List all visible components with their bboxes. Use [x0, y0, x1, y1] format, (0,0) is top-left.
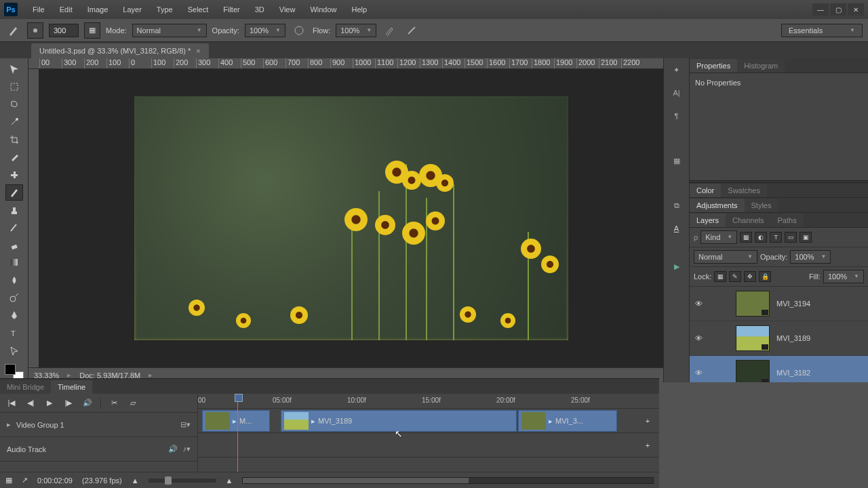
workspace-switcher[interactable]: Essentials▼ [781, 24, 863, 37]
next-frame-icon[interactable]: |▶ [62, 397, 75, 409]
brush-presets-icon[interactable]: ▦ [669, 153, 684, 168]
swatches-tab[interactable]: Swatches [721, 184, 767, 197]
properties-tab[interactable]: Properties [690, 59, 737, 73]
add-media-icon[interactable]: + [642, 415, 654, 427]
visibility-icon[interactable]: 👁 [695, 300, 706, 308]
paragraph-panel-icon[interactable]: ¶ [669, 108, 684, 123]
crop-tool[interactable] [5, 131, 23, 148]
clone-source-icon[interactable]: ⧉ [669, 198, 684, 213]
lasso-tool[interactable] [5, 96, 23, 113]
filter-pixel-icon[interactable]: ▩ [740, 232, 752, 243]
layer-row[interactable]: 👁MVI_3194 [690, 287, 868, 321]
timeline-clip[interactable]: ▸MVI_3189 [281, 410, 517, 432]
menu-select[interactable]: Select [181, 3, 216, 16]
filter-adjust-icon[interactable]: ◐ [755, 232, 767, 243]
path-select-tool[interactable] [5, 342, 23, 359]
brush-preset[interactable] [27, 22, 43, 39]
menu-3d[interactable]: 3D [248, 3, 271, 16]
audio-track[interactable]: Audio Track 🔊 ♪▾ [0, 437, 197, 462]
track-menu-icon[interactable]: ⊟▾ [180, 420, 191, 429]
mode-dropdown[interactable]: Normal▼ [132, 24, 207, 37]
menu-help[interactable]: Help [345, 3, 374, 16]
filter-type-icon[interactable]: T [770, 232, 782, 243]
zoom-out-icon[interactable]: ▲ [132, 476, 139, 485]
visibility-icon[interactable]: 👁 [695, 369, 706, 377]
menu-filter[interactable]: Filter [216, 3, 246, 16]
zoom-in-icon[interactable]: ▲ [226, 476, 233, 485]
history-brush-tool[interactable] [5, 220, 23, 236]
blur-tool[interactable] [5, 272, 23, 288]
prev-frame-icon[interactable]: ◀| [24, 397, 37, 409]
window-close[interactable]: ✕ [848, 3, 864, 16]
layer-row[interactable]: 👁MVI_3182 [690, 356, 868, 383]
menu-edit[interactable]: Edit [53, 3, 79, 16]
blend-mode-dropdown[interactable]: Normal▼ [694, 250, 757, 264]
frame-mode-icon[interactable]: ▦ [5, 476, 12, 485]
stamp-tool[interactable] [5, 202, 23, 218]
move-tool[interactable] [5, 61, 23, 77]
eraser-tool[interactable] [5, 237, 23, 253]
filter-kind-dropdown[interactable]: Kind▼ [701, 230, 737, 244]
window-minimize[interactable]: — [812, 3, 829, 16]
pressure-size-icon[interactable] [403, 22, 420, 39]
mute-icon[interactable]: 🔊 [81, 397, 94, 409]
visibility-icon[interactable]: 👁 [695, 334, 706, 342]
transition-icon[interactable]: ▱ [127, 397, 139, 409]
histogram-tab[interactable]: Histogram [737, 59, 785, 73]
dodge-tool[interactable] [5, 289, 23, 306]
char-styles-icon[interactable]: A [669, 221, 684, 236]
flow-dropdown[interactable]: 100%▼ [336, 24, 376, 37]
playhead[interactable] [237, 394, 238, 472]
play-icon[interactable]: ▶ [669, 259, 684, 274]
audio-menu-icon[interactable]: ♪▾ [183, 445, 191, 453]
brush-icon[interactable] [5, 22, 22, 39]
eyedropper-tool[interactable] [5, 149, 23, 165]
healing-tool[interactable] [5, 167, 23, 183]
close-icon[interactable]: × [196, 47, 200, 55]
layers-tab[interactable]: Layers [690, 214, 726, 227]
add-audio-icon[interactable]: + [642, 439, 654, 451]
split-icon[interactable]: ✂ [108, 397, 120, 409]
history-panel-icon[interactable]: ✦ [669, 62, 684, 77]
color-tab[interactable]: Color [690, 184, 721, 197]
channels-tab[interactable]: Channels [726, 214, 770, 227]
lock-pixels-icon[interactable]: ✎ [729, 271, 741, 282]
menu-type[interactable]: Type [150, 3, 180, 16]
render-icon[interactable]: ↗ [22, 476, 28, 485]
lock-position-icon[interactable]: ✥ [744, 271, 756, 282]
airbrush-icon[interactable] [382, 22, 398, 39]
audio-clip-track[interactable]: + [198, 433, 659, 458]
mini-bridge-tab[interactable]: Mini Bridge [0, 380, 51, 394]
video-clip-track[interactable]: + ▸M...▸MVI_3189▸MVI_3... [198, 409, 659, 433]
magic-wand-tool[interactable] [5, 114, 23, 130]
window-maximize[interactable]: ▢ [830, 3, 846, 16]
filter-smart-icon[interactable]: ▣ [800, 232, 812, 243]
audio-mute-icon[interactable]: 🔊 [168, 445, 178, 453]
adjustments-tab[interactable]: Adjustments [690, 199, 745, 212]
character-panel-icon[interactable]: A| [669, 85, 684, 100]
menu-layer[interactable]: Layer [116, 3, 149, 16]
lock-transparency-icon[interactable]: ▦ [714, 271, 726, 282]
menu-image[interactable]: Image [81, 3, 115, 16]
timeline-scrollbar[interactable] [242, 477, 654, 484]
paths-tab[interactable]: Paths [771, 214, 804, 227]
video-group-track[interactable]: ▸ Video Group 1 ⊟▾ [0, 413, 197, 437]
brush-size-input[interactable]: 300 [49, 24, 79, 37]
pressure-opacity-icon[interactable] [291, 22, 307, 39]
gradient-tool[interactable] [5, 254, 23, 270]
fill-dropdown[interactable]: 100%▼ [823, 270, 864, 283]
layer-row[interactable]: 👁MVI_3189 [690, 321, 868, 356]
marquee-tool[interactable] [5, 79, 23, 95]
filter-shape-icon[interactable]: ▭ [785, 232, 797, 243]
type-tool[interactable]: T [5, 325, 23, 341]
timeline-ruler[interactable]: 0005:00f10:00f15:00f20:00f25:00f [198, 394, 659, 409]
brush-panel-toggle[interactable]: ▦ [84, 22, 100, 39]
go-start-icon[interactable]: |◀ [5, 397, 18, 409]
opacity-dropdown[interactable]: 100%▼ [245, 24, 285, 37]
brush-tool[interactable] [5, 184, 23, 201]
menu-file[interactable]: File [26, 3, 52, 16]
lock-all-icon[interactable]: 🔒 [759, 271, 771, 282]
timeline-clip[interactable]: ▸M... [202, 410, 270, 432]
timeline-tab[interactable]: Timeline [51, 380, 92, 394]
document-tab[interactable]: Untitled-3.psd @ 33.3% (MVI_3182, RGB/8)… [31, 43, 209, 58]
